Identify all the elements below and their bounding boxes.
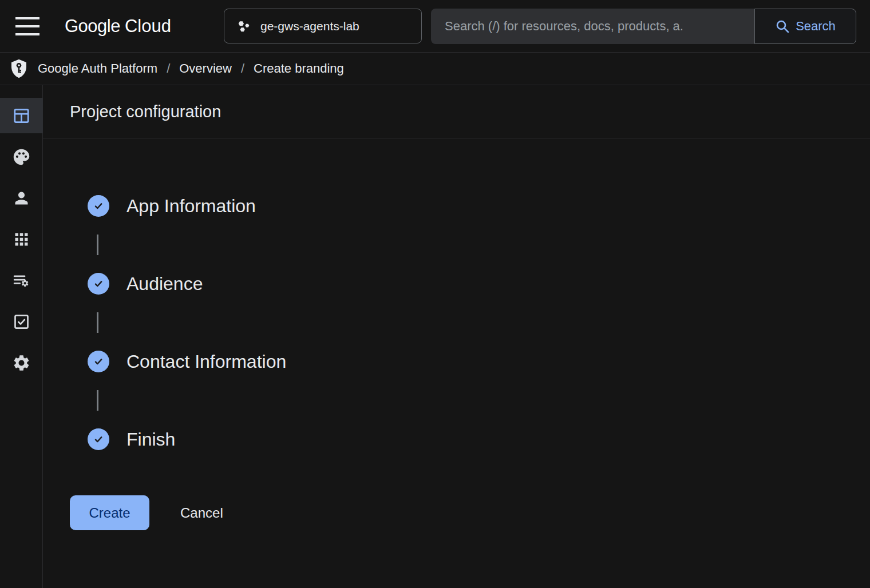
breadcrumb-item-overview[interactable]: Overview <box>179 61 232 76</box>
overview-icon <box>12 106 31 125</box>
check-circle-icon <box>88 351 109 372</box>
step-label: Contact Information <box>126 351 286 372</box>
create-button[interactable]: Create <box>70 495 149 530</box>
sidebar-item-settings[interactable] <box>0 345 43 380</box>
gear-icon <box>12 353 31 372</box>
step-connector <box>97 390 98 411</box>
breadcrumb-item-google-auth-platform[interactable]: Google Auth Platform <box>38 61 157 76</box>
step-audience: Audience <box>43 273 870 295</box>
sidebar-item-overview[interactable] <box>0 98 43 133</box>
cancel-button[interactable]: Cancel <box>172 499 231 527</box>
sidebar-item-verification[interactable] <box>0 304 43 339</box>
palette-icon <box>12 148 31 166</box>
step-finish: Finish <box>43 428 870 450</box>
sidebar-item-clients[interactable] <box>0 221 43 257</box>
search-button[interactable]: Search <box>754 9 856 44</box>
top-bar: GoogleCloud ge-gws-agents-lab Search <box>0 0 870 53</box>
google-cloud-logo: GoogleCloud <box>65 16 199 37</box>
checkbox-icon <box>12 312 31 331</box>
breadcrumb-item-create-branding: Create branding <box>254 61 344 76</box>
main-content: Project configuration App Information Au… <box>43 85 870 588</box>
sidebar-item-data-access[interactable] <box>0 263 43 298</box>
project-hexagons-icon <box>236 19 252 34</box>
breadcrumb-separator: / <box>241 61 244 76</box>
step-app-information: App Information <box>43 195 870 217</box>
step-label: Finish <box>126 429 175 450</box>
button-row: Create Cancel <box>43 495 870 530</box>
check-circle-icon <box>88 428 109 450</box>
step-label: App Information <box>126 196 256 217</box>
step-contact-information: Contact Information <box>43 351 870 372</box>
page-title: Project configuration <box>70 102 221 121</box>
breadcrumb-bar: Google Auth Platform / Overview / Create… <box>0 53 870 85</box>
auth-platform-shield-key-icon <box>8 58 30 80</box>
breadcrumb: Google Auth Platform / Overview / Create… <box>38 61 344 76</box>
step-connector <box>97 312 98 333</box>
sidebar <box>0 85 43 588</box>
stepper: App Information Audience Contact Informa… <box>43 138 870 530</box>
check-circle-icon <box>88 195 109 217</box>
sidebar-item-branding[interactable] <box>0 139 43 174</box>
search-icon <box>775 19 790 34</box>
hamburger-menu-icon[interactable] <box>15 17 40 36</box>
check-circle-icon <box>88 273 109 295</box>
step-label: Audience <box>126 273 203 295</box>
logo-google-text: Google <box>65 16 120 36</box>
search-input[interactable] <box>431 9 754 44</box>
person-icon <box>12 189 31 208</box>
logo-cloud-text: Cloud <box>125 16 171 36</box>
search-button-label: Search <box>796 19 836 34</box>
page-header: Project configuration <box>43 85 870 138</box>
project-name: ge-gws-agents-lab <box>260 19 359 33</box>
project-selector[interactable]: ge-gws-agents-lab <box>224 9 422 43</box>
search-bar: Search <box>431 9 856 44</box>
sidebar-item-audience[interactable] <box>0 180 43 216</box>
apps-grid-icon <box>12 230 31 249</box>
breadcrumb-separator: / <box>167 61 170 76</box>
list-gear-icon <box>12 271 31 290</box>
step-connector <box>97 235 98 255</box>
